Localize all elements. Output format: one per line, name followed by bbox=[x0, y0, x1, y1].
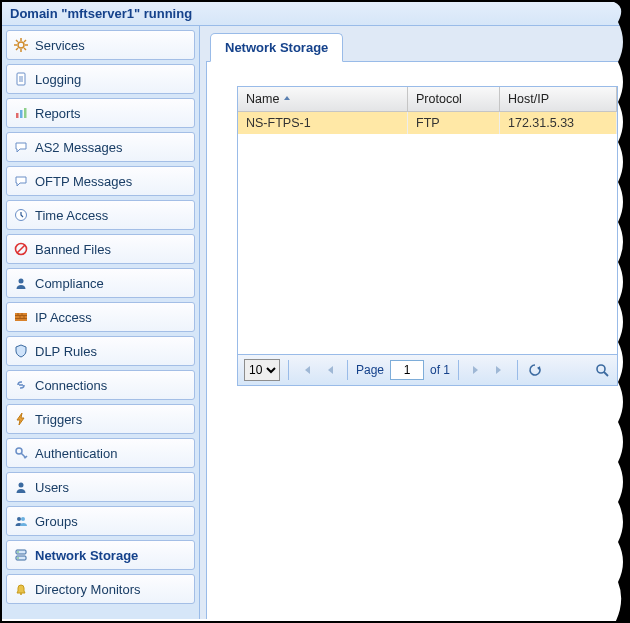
svg-point-30 bbox=[17, 517, 21, 521]
sidebar-item-label: Triggers bbox=[35, 412, 82, 427]
sidebar-item-label: Banned Files bbox=[35, 242, 111, 257]
sidebar-item-label: Services bbox=[35, 38, 85, 53]
pager: 10 Page of 1 bbox=[238, 354, 617, 385]
link-icon bbox=[13, 377, 29, 393]
sidebar: ServicesLoggingReportsAS2 MessagesOFTP M… bbox=[2, 26, 200, 619]
bubble-icon bbox=[13, 173, 29, 189]
domain-title: Domain "mftserver1" running bbox=[10, 6, 192, 21]
sidebar-item-label: Groups bbox=[35, 514, 78, 529]
refresh-button[interactable] bbox=[526, 361, 544, 379]
separator bbox=[458, 360, 459, 380]
tab-label: Network Storage bbox=[225, 40, 328, 55]
page-size-select[interactable]: 10 bbox=[244, 359, 280, 381]
col-header-name-label: Name bbox=[246, 92, 279, 106]
table-row[interactable]: NS-FTPS-1FTP172.31.5.33 bbox=[238, 112, 617, 134]
wall-icon bbox=[13, 309, 29, 325]
main-area: Network Storage Name Protocol Host bbox=[200, 26, 630, 619]
sidebar-item-reports[interactable]: Reports bbox=[6, 98, 195, 128]
key-icon bbox=[13, 445, 29, 461]
sidebar-item-label: Reports bbox=[35, 106, 81, 121]
search-button[interactable] bbox=[593, 361, 611, 379]
col-header-protocol[interactable]: Protocol bbox=[408, 87, 500, 111]
sidebar-item-oftp-messages[interactable]: OFTP Messages bbox=[6, 166, 195, 196]
svg-point-34 bbox=[17, 551, 19, 553]
sidebar-item-label: IP Access bbox=[35, 310, 92, 325]
svg-point-0 bbox=[18, 42, 24, 48]
sidebar-item-label: Compliance bbox=[35, 276, 104, 291]
sort-asc-icon bbox=[283, 92, 291, 106]
col-header-host-label: Host/IP bbox=[508, 92, 549, 106]
sidebar-item-network-storage[interactable]: Network Storage bbox=[6, 540, 195, 570]
sidebar-item-as2-messages[interactable]: AS2 Messages bbox=[6, 132, 195, 162]
separator bbox=[288, 360, 289, 380]
svg-line-5 bbox=[16, 40, 18, 42]
first-page-button[interactable] bbox=[297, 361, 315, 379]
sidebar-item-label: OFTP Messages bbox=[35, 174, 132, 189]
sidebar-item-label: Logging bbox=[35, 72, 81, 87]
svg-point-29 bbox=[19, 483, 24, 488]
sidebar-item-logging[interactable]: Logging bbox=[6, 64, 195, 94]
svg-rect-14 bbox=[20, 110, 23, 118]
doc-icon bbox=[13, 71, 29, 87]
prev-page-button[interactable] bbox=[321, 361, 339, 379]
tab-strip: Network Storage bbox=[206, 32, 630, 62]
domain-header: Domain "mftserver1" running bbox=[2, 2, 630, 26]
svg-point-37 bbox=[597, 365, 605, 373]
gear-icon bbox=[13, 37, 29, 53]
svg-rect-13 bbox=[16, 113, 19, 118]
svg-point-36 bbox=[20, 593, 22, 595]
cell-protocol: FTP bbox=[408, 112, 500, 134]
sidebar-item-users[interactable]: Users bbox=[6, 472, 195, 502]
user-icon bbox=[13, 479, 29, 495]
col-header-protocol-label: Protocol bbox=[416, 92, 462, 106]
page-of-label: of 1 bbox=[430, 363, 450, 377]
page-number-input[interactable] bbox=[390, 360, 424, 380]
sidebar-item-label: Authentication bbox=[35, 446, 117, 461]
sidebar-item-label: Network Storage bbox=[35, 548, 138, 563]
sidebar-item-banned-files[interactable]: Banned Files bbox=[6, 234, 195, 264]
bolt-icon bbox=[13, 411, 29, 427]
svg-point-35 bbox=[17, 557, 19, 559]
svg-rect-20 bbox=[15, 313, 27, 321]
svg-rect-15 bbox=[24, 108, 27, 118]
svg-line-6 bbox=[24, 48, 26, 50]
sidebar-item-time-access[interactable]: Time Access bbox=[6, 200, 195, 230]
last-page-button[interactable] bbox=[491, 361, 509, 379]
tab-network-storage[interactable]: Network Storage bbox=[210, 33, 343, 62]
sidebar-item-services[interactable]: Services bbox=[6, 30, 195, 60]
svg-point-31 bbox=[21, 517, 25, 521]
svg-line-7 bbox=[16, 48, 18, 50]
clock-icon bbox=[13, 207, 29, 223]
sidebar-item-label: DLP Rules bbox=[35, 344, 97, 359]
svg-point-19 bbox=[19, 279, 24, 284]
sidebar-item-dlp-rules[interactable]: DLP Rules bbox=[6, 336, 195, 366]
sidebar-item-groups[interactable]: Groups bbox=[6, 506, 195, 536]
shield-icon bbox=[13, 343, 29, 359]
grid-header: Name Protocol Host/IP bbox=[238, 87, 617, 112]
separator bbox=[517, 360, 518, 380]
bars-icon bbox=[13, 105, 29, 121]
ban-icon bbox=[13, 241, 29, 257]
sidebar-item-compliance[interactable]: Compliance bbox=[6, 268, 195, 298]
tab-content: Name Protocol Host/IP NS-FTPS-1FTP172.31… bbox=[206, 62, 630, 619]
sidebar-item-label: Time Access bbox=[35, 208, 108, 223]
sidebar-item-authentication[interactable]: Authentication bbox=[6, 438, 195, 468]
sidebar-item-directory-monitors[interactable]: Directory Monitors bbox=[6, 574, 195, 604]
server-icon bbox=[13, 547, 29, 563]
cell-name: NS-FTPS-1 bbox=[238, 112, 408, 134]
col-header-host[interactable]: Host/IP bbox=[500, 87, 617, 111]
sidebar-item-label: Users bbox=[35, 480, 69, 495]
sidebar-item-ip-access[interactable]: IP Access bbox=[6, 302, 195, 332]
bell-icon bbox=[13, 581, 29, 597]
svg-line-38 bbox=[604, 372, 608, 376]
next-page-button[interactable] bbox=[467, 361, 485, 379]
sidebar-item-connections[interactable]: Connections bbox=[6, 370, 195, 400]
sidebar-item-triggers[interactable]: Triggers bbox=[6, 404, 195, 434]
page-label: Page bbox=[356, 363, 384, 377]
sidebar-item-label: Directory Monitors bbox=[35, 582, 140, 597]
storage-grid-panel: Name Protocol Host/IP NS-FTPS-1FTP172.31… bbox=[237, 86, 618, 386]
bubble-icon bbox=[13, 139, 29, 155]
grid-body: NS-FTPS-1FTP172.31.5.33 bbox=[238, 112, 617, 354]
col-header-name[interactable]: Name bbox=[238, 87, 408, 111]
sidebar-item-label: AS2 Messages bbox=[35, 140, 122, 155]
